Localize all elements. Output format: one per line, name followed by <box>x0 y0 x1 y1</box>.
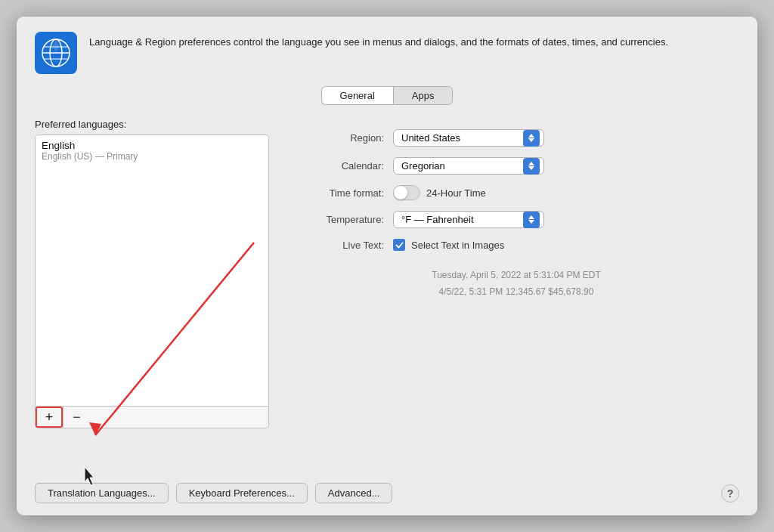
help-button[interactable]: ? <box>721 484 739 503</box>
time-format-toggle[interactable] <box>393 185 420 200</box>
globe-icon <box>35 32 77 74</box>
header-description: Language & Region preferences control th… <box>89 32 668 50</box>
preferences-window: Language & Region preferences control th… <box>17 17 757 515</box>
region-select[interactable]: United States <box>393 129 544 147</box>
languages-list: English English (US) — Primary <box>35 135 269 407</box>
checkmark-icon <box>395 241 404 249</box>
add-language-button[interactable]: + <box>36 407 63 428</box>
calendar-select[interactable]: Gregorian <box>393 157 544 175</box>
preview-block: Tuesday, April 5, 2022 at 5:31:04 PM EDT… <box>293 268 739 300</box>
live-text-row: Live Text: Select Text in Images <box>293 239 739 251</box>
language-sub: English (US) — Primary <box>42 151 262 162</box>
list-item[interactable]: English English (US) — Primary <box>42 140 262 162</box>
calendar-row: Calendar: Gregorian <box>293 157 739 175</box>
left-panel: Preferred languages: English English (US… <box>35 119 269 472</box>
remove-language-button[interactable]: − <box>63 407 90 428</box>
live-text-checkbox-label: Select Text in Images <box>411 240 504 251</box>
calendar-select-wrapper: Gregorian <box>393 157 544 175</box>
toggle-knob <box>394 186 407 200</box>
tab-general[interactable]: General <box>321 86 393 105</box>
right-panel: Region: United States Calendar: Gregor <box>293 119 739 472</box>
temperature-select-wrapper: °F — Fahrenheit <box>393 211 544 228</box>
preferred-languages-label: Preferred languages: <box>35 119 269 130</box>
region-row: Region: United States <box>293 129 739 147</box>
tabs-bar: General Apps <box>17 82 757 113</box>
time-format-toggle-label: 24-Hour Time <box>426 187 486 199</box>
translation-languages-button[interactable]: Translation Languages... <box>35 483 169 503</box>
footer: Translation Languages... Keyboard Prefer… <box>17 472 757 515</box>
time-format-label: Time format: <box>293 187 384 199</box>
calendar-label: Calendar: <box>293 160 384 172</box>
keyboard-preferences-button[interactable]: Keyboard Preferences... <box>176 483 308 503</box>
advanced-button[interactable]: Advanced... <box>315 483 393 503</box>
list-toolbar: + − <box>35 407 269 428</box>
preview-line1: Tuesday, April 5, 2022 at 5:31:04 PM EDT <box>293 268 739 284</box>
preview-line2: 4/5/22, 5:31 PM 12,345.67 $45,678.90 <box>293 284 739 301</box>
temperature-select[interactable]: °F — Fahrenheit <box>393 211 544 228</box>
temperature-row: Temperature: °F — Fahrenheit <box>293 211 739 228</box>
temperature-label: Temperature: <box>293 214 384 225</box>
header: Language & Region preferences control th… <box>17 17 757 82</box>
footer-buttons-left: Translation Languages... Keyboard Prefer… <box>35 483 392 503</box>
live-text-checkbox[interactable] <box>393 239 405 251</box>
language-name: English <box>42 140 262 151</box>
live-text-label: Live Text: <box>293 240 384 251</box>
main-content: Preferred languages: English English (US… <box>17 113 757 472</box>
time-format-toggle-row: 24-Hour Time <box>393 185 486 200</box>
time-format-row: Time format: 24-Hour Time <box>293 185 739 200</box>
live-text-checkbox-row: Select Text in Images <box>393 239 504 251</box>
region-label: Region: <box>293 132 384 144</box>
tab-apps[interactable]: Apps <box>393 86 454 105</box>
region-select-wrapper: United States <box>393 129 544 147</box>
